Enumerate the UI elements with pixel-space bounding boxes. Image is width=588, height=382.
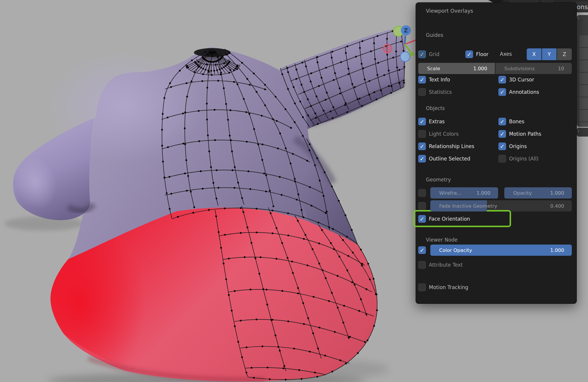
extras-checkbox-icon[interactable]: ✓ (418, 118, 426, 125)
relationship-lines-checkbox-icon[interactable]: ✓ (418, 142, 426, 150)
section-objects: Objects (426, 105, 445, 111)
color-opacity-slider[interactable]: Color Opacity 1.000 (430, 245, 572, 256)
checkbox-color-opacity[interactable]: ✓ (418, 246, 426, 254)
checkbox-motion-paths[interactable]: ✓ Motion Paths (498, 130, 541, 138)
grid-subdivisions-slider[interactable]: Subdivisions 10 (495, 63, 572, 74)
checkbox-annotations[interactable]: ✓ Annotations (498, 88, 539, 96)
motion-tracking-checkbox-icon[interactable]: ✓ (418, 283, 426, 291)
axis-z-toggle[interactable]: Z (556, 48, 572, 60)
light-colors-checkbox-icon[interactable]: ✓ (418, 130, 426, 138)
origins-all-checkbox-icon[interactable]: ✓ (498, 155, 506, 163)
checkbox-light-colors[interactable]: ✓ Light Colors (418, 130, 459, 138)
checkbox-grid[interactable]: ✓ Grid (418, 50, 439, 58)
section-geometry: Geometry (426, 177, 451, 183)
section-guides: Guides (426, 32, 443, 38)
checkbox-statistics[interactable]: ✓ Statistics (418, 88, 452, 96)
text-info-checkbox-icon[interactable]: ✓ (418, 76, 426, 83)
drag-dots-icon: : (578, 129, 579, 132)
wireframe-checkbox-icon[interactable]: ✓ (418, 189, 426, 197)
checkbox-relationship-lines[interactable]: ✓ Relationship Lines (418, 142, 474, 150)
checkbox-outline-selected[interactable]: ✓ Outline Selected (418, 155, 470, 163)
floor-checkbox-icon[interactable]: ✓ (465, 50, 473, 58)
axis-x-toggle[interactable]: X (527, 48, 541, 60)
axes-toggle-group: X Y Z (527, 48, 572, 60)
options-tab-label: ons (577, 4, 588, 11)
gizmo-axis-blue-neg[interactable] (401, 52, 410, 62)
popover-title: Viewport Overlays (426, 8, 473, 14)
attribute-text-checkbox-icon[interactable]: ✓ (418, 261, 426, 269)
outline-selected-checkbox-icon[interactable]: ✓ (418, 155, 426, 163)
checkbox-origins-all[interactable]: ✓ Origins (All) (498, 155, 538, 163)
header-button-fragment[interactable] (542, 0, 554, 2)
checkbox-floor[interactable]: ✓ Floor (465, 50, 488, 58)
checkbox-origins[interactable]: ✓ Origins (498, 142, 527, 150)
checkbox-attribute-text[interactable]: ✓ Attribute Text (418, 261, 463, 269)
sidebar-fragment[interactable]: : (577, 15, 588, 127)
gizmo-z-label: Z (404, 27, 408, 34)
face-orientation-highlight-annotation (413, 210, 511, 227)
wireframe-threshold-slider[interactable]: Wirefra... 1.000 (430, 187, 498, 199)
motion-paths-checkbox-icon[interactable]: ✓ (498, 130, 506, 138)
axes-label: Axes (500, 51, 512, 57)
checkbox-fade-inactive[interactable]: ✓ (418, 202, 426, 210)
fade-inactive-checkbox-icon[interactable]: ✓ (418, 202, 426, 210)
checkbox-motion-tracking[interactable]: ✓ Motion Tracking (418, 283, 468, 291)
sidebar-tab-fragment[interactable]: : (577, 128, 588, 137)
viewport-overlays-popover: Viewport Overlays Guides ✓ Grid ✓ Floor … (416, 2, 577, 304)
bones-checkbox-icon[interactable]: ✓ (498, 118, 506, 125)
checkbox-wireframe[interactable]: ✓ (418, 189, 426, 197)
gizmo-y-arrow (410, 51, 415, 57)
checkbox-text-info[interactable]: ✓ Text Info (418, 76, 450, 83)
mesh-object (7, 27, 406, 381)
blender-viewport: Z ons : : Viewport Overlays Guides ✓ Gri… (0, 0, 588, 382)
header-button-fragment[interactable] (509, 0, 538, 2)
section-viewer-node: Viewer Node (426, 237, 458, 243)
statistics-checkbox-icon[interactable]: ✓ (418, 88, 426, 96)
checkbox-bones[interactable]: ✓ Bones (498, 118, 524, 125)
grid-checkbox-icon[interactable]: ✓ (418, 50, 426, 58)
drag-dots-icon: : (578, 17, 579, 19)
checkbox-3d-cursor[interactable]: ✓ 3D Cursor (498, 76, 534, 83)
origins-checkbox-icon[interactable]: ✓ (498, 142, 506, 150)
checkbox-extras[interactable]: ✓ Extras (418, 118, 445, 125)
axis-y-toggle[interactable]: Y (541, 48, 557, 60)
3d-cursor-checkbox-icon[interactable]: ✓ (498, 76, 506, 83)
grid-scale-slider[interactable]: Scale 1.000 (418, 63, 495, 74)
color-opacity-checkbox-icon[interactable]: ✓ (418, 246, 426, 254)
gizmo-axis-red-neg[interactable] (383, 45, 392, 53)
wireframe-opacity-slider[interactable]: Opacity 1.000 (504, 187, 572, 199)
annotations-checkbox-icon[interactable]: ✓ (498, 88, 506, 96)
